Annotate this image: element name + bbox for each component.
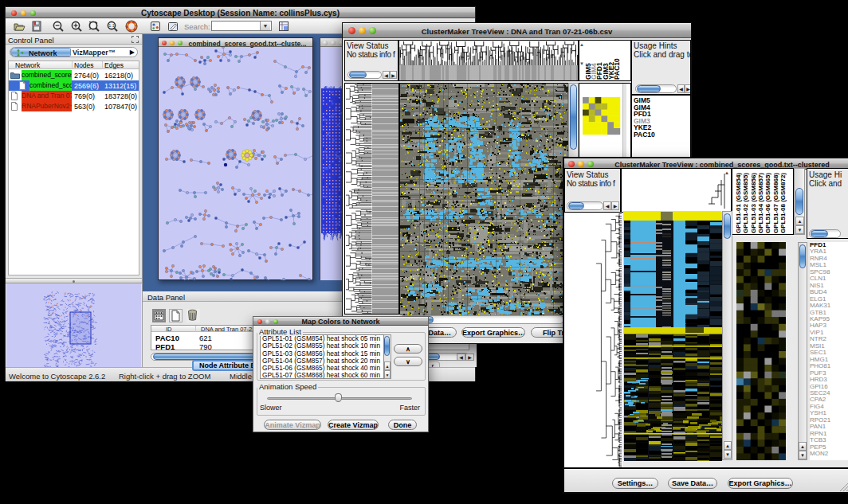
svg-text:GPL51-08 (GSM872): GPL51-08 (GSM872): [779, 173, 787, 233]
svg-text:GPL51-01 (GSM854): GPL51-01 (GSM854): [735, 173, 742, 233]
svg-text:PAC10: PAC10: [613, 58, 621, 80]
svg-text:GPL51-06 (GSM865): GPL51-06 (GSM865): [764, 173, 771, 233]
svg-text:GPL51-07 (GSM868): GPL51-07 (GSM868): [772, 173, 779, 233]
svg-text:1:1: 1:1: [108, 23, 115, 28]
svg-text:GPL51-02 (GSM855): GPL51-02 (GSM855): [742, 173, 749, 233]
svg-text:GPL51-04 (GSM857): GPL51-04 (GSM857): [757, 173, 764, 233]
svg-text:GPL51-03 (GSM856): GPL51-03 (GSM856): [750, 173, 757, 233]
